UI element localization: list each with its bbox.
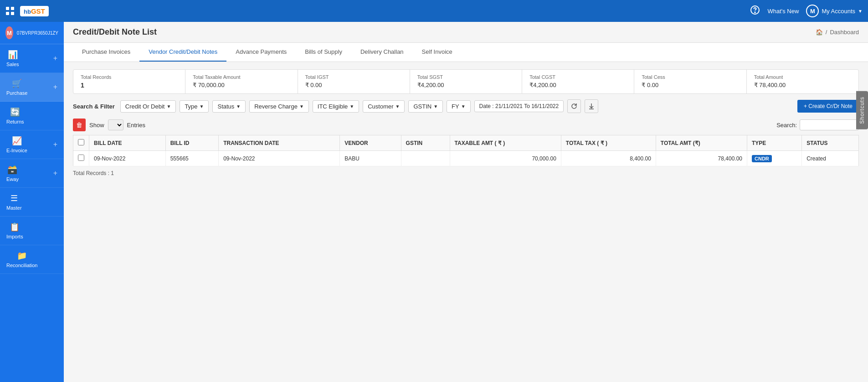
filters-row: Search & Filter Credit Or Debit ▼ Type ▼… bbox=[73, 99, 859, 113]
sidebar-user: M 07BVRPR3650J1ZY bbox=[0, 22, 64, 44]
gstin-header: GSTIN bbox=[401, 135, 450, 151]
content-area: Total Records 1 Total Taxable Amount ₹ 7… bbox=[64, 62, 868, 184]
entries-label: Entries bbox=[127, 122, 145, 129]
create-note-button[interactable]: + Create Cr/Dr Note bbox=[797, 100, 859, 113]
total-records-text: Total Records : 1 bbox=[73, 170, 859, 176]
type-filter[interactable]: Type ▼ bbox=[180, 100, 209, 113]
master-icon: ☰ bbox=[10, 193, 18, 203]
row-transaction-date: 09-Nov-2022 bbox=[219, 151, 340, 166]
sidebar-item-imports[interactable]: 📋 Imports bbox=[0, 217, 64, 245]
eway-add-icon[interactable]: + bbox=[53, 169, 57, 177]
account-chevron-icon: ▼ bbox=[858, 9, 863, 14]
row-total-tax: 8,400.00 bbox=[561, 151, 656, 166]
table-controls: 🗑 Show 10 Entries Search: bbox=[73, 119, 859, 131]
home-icon[interactable]: 🏠 bbox=[816, 29, 823, 36]
sidebar-item-label: Sales bbox=[6, 62, 19, 67]
total-amount-value: ₹ 78,400.00 bbox=[754, 82, 851, 88]
search-filter-label: Search & Filter bbox=[73, 103, 115, 110]
sidebar-item-einvoice[interactable]: 📈 E-Invoice + bbox=[0, 130, 64, 159]
customer-filter[interactable]: Customer ▼ bbox=[363, 100, 405, 113]
tab-advance-payments[interactable]: Advance Payments bbox=[226, 43, 296, 62]
row-bill-id: 555665 bbox=[165, 151, 218, 166]
sidebar-item-label: Imports bbox=[6, 234, 23, 239]
total-amount-label: Total Amount bbox=[754, 74, 851, 80]
main-content: Credit/Debit Note List 🏠 / Dashboard Pur… bbox=[64, 22, 868, 382]
cgst-value: ₹4,200.00 bbox=[529, 82, 627, 88]
select-all-checkbox[interactable] bbox=[78, 139, 84, 145]
whats-new-link[interactable]: What's New bbox=[767, 8, 799, 15]
bill-date-header: BILL DATE bbox=[89, 135, 166, 151]
shortcuts-tab[interactable]: Shortcuts bbox=[856, 91, 868, 129]
sidebar: M 07BVRPR3650J1ZY 📊 Sales + 🛒 Purchase +… bbox=[0, 22, 64, 382]
purchase-add-icon[interactable]: + bbox=[53, 83, 57, 91]
account-menu[interactable]: M My Accounts ▼ bbox=[806, 5, 863, 17]
reverse-charge-filter[interactable]: Reverse Charge ▼ bbox=[249, 100, 309, 113]
sidebar-user-id: 07BVRPR3650J1ZY bbox=[17, 31, 58, 36]
date-range-filter[interactable]: Date : 21/11/2021 To 16/11/2022 bbox=[474, 100, 564, 112]
row-checkbox[interactable] bbox=[78, 155, 84, 161]
sidebar-item-sales[interactable]: 📊 Sales + bbox=[0, 44, 64, 73]
einvoice-add-icon[interactable]: + bbox=[53, 140, 57, 149]
summary-cess: Total Cess ₹ 0.00 bbox=[634, 70, 746, 93]
itc-eligible-filter[interactable]: ITC Eligible ▼ bbox=[313, 100, 359, 113]
tab-delivery-challan[interactable]: Delivery Challan bbox=[351, 43, 413, 62]
summary-total-records: Total Records 1 bbox=[73, 70, 185, 93]
cess-label: Total Cess bbox=[642, 74, 739, 80]
eway-icon: 🗃️ bbox=[7, 165, 17, 175]
logo: hbGST bbox=[20, 6, 49, 16]
help-icon[interactable] bbox=[750, 5, 760, 17]
sidebar-item-label: Purchase bbox=[6, 90, 27, 96]
breadcrumb: 🏠 / Dashboard bbox=[816, 29, 859, 36]
search-input[interactable] bbox=[800, 119, 859, 130]
sidebar-item-label: Reconciliation bbox=[6, 263, 37, 268]
sales-icon: 📊 bbox=[8, 50, 18, 60]
tab-purchase-invoices[interactable]: Purchase Invoices bbox=[73, 43, 139, 62]
sidebar-item-returns[interactable]: 🔄 Returns bbox=[0, 102, 64, 130]
refresh-button[interactable] bbox=[567, 99, 581, 113]
sales-add-icon[interactable]: + bbox=[53, 54, 57, 62]
imports-icon: 📋 bbox=[10, 222, 20, 232]
taxable-amt-header: TAXABLE AMT ( ₹ ) bbox=[450, 135, 561, 151]
account-avatar: M bbox=[806, 5, 819, 17]
table-row[interactable]: 09-Nov-2022 555665 09-Nov-2022 BABU 70,0… bbox=[73, 151, 859, 166]
search-label: Search: bbox=[776, 122, 797, 129]
bill-id-header: BILL ID bbox=[165, 135, 218, 151]
page-title: Credit/Debit Note List bbox=[73, 27, 157, 37]
type-header: TYPE bbox=[747, 135, 802, 151]
sidebar-item-master[interactable]: ☰ Master bbox=[0, 188, 64, 217]
grid-menu-icon[interactable] bbox=[5, 6, 15, 15]
row-gstin bbox=[401, 151, 450, 166]
total-tax-header: TOTAL TAX ( ₹ ) bbox=[561, 135, 656, 151]
row-type: CNDR bbox=[747, 151, 802, 166]
credit-or-debit-filter[interactable]: Credit Or Debit ▼ bbox=[120, 100, 176, 113]
summary-cgst: Total CGST ₹4,200.00 bbox=[522, 70, 634, 93]
tab-bills-of-supply[interactable]: Bills of Supply bbox=[296, 43, 351, 62]
fy-filter[interactable]: FY ▼ bbox=[447, 100, 471, 113]
igst-label: Total IGST bbox=[305, 74, 402, 80]
entries-select[interactable]: 10 bbox=[108, 119, 123, 130]
summary-row: Total Records 1 Total Taxable Amount ₹ 7… bbox=[73, 69, 859, 94]
row-checkbox-cell[interactable] bbox=[73, 151, 89, 166]
tab-vendor-credit-debit[interactable]: Vendor Credit/Debit Notes bbox=[139, 43, 226, 62]
sidebar-item-eway[interactable]: 🗃️ Eway + bbox=[0, 159, 64, 188]
sidebar-item-label: Master bbox=[6, 205, 22, 211]
status-filter[interactable]: Status ▼ bbox=[212, 100, 246, 113]
tab-self-invoice[interactable]: Self Invoice bbox=[413, 43, 462, 62]
sidebar-item-reconciliation[interactable]: 📁 Reconciliation bbox=[0, 245, 64, 274]
total-records-label: Total Records bbox=[81, 74, 178, 80]
purchase-icon: 🛒 bbox=[12, 78, 22, 88]
account-name: My Accounts bbox=[822, 8, 855, 15]
select-all-header[interactable] bbox=[73, 135, 89, 151]
gstin-filter[interactable]: GSTIN ▼ bbox=[408, 100, 443, 113]
breadcrumb-separator: / bbox=[826, 29, 827, 36]
sidebar-item-label: E-Invoice bbox=[6, 148, 27, 153]
table-header-row: BILL DATE BILL ID TRANSACTION DATE VENDO… bbox=[73, 135, 859, 151]
svg-point-5 bbox=[755, 12, 756, 13]
download-button[interactable] bbox=[585, 99, 598, 113]
summary-total-amount: Total Amount ₹ 78,400.00 bbox=[747, 70, 858, 93]
row-taxable-amt: 70,000.00 bbox=[450, 151, 561, 166]
reconciliation-icon: 📁 bbox=[17, 251, 27, 261]
sidebar-item-purchase[interactable]: 🛒 Purchase + bbox=[0, 73, 64, 102]
delete-button[interactable]: 🗑 bbox=[73, 119, 86, 131]
taxable-amount-label: Total Taxable Amount bbox=[193, 74, 290, 80]
